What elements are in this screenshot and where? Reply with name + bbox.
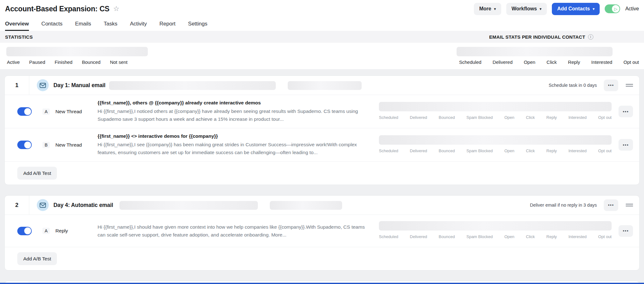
stat-label-bounced: Bounced (439, 234, 455, 239)
variant-type: New Thread (55, 142, 92, 148)
tab-emails[interactable]: Emails (75, 18, 91, 31)
stat-label-click: Click (526, 115, 535, 120)
step-footer: Add A/B Test (5, 161, 639, 185)
redacted-variant-stats (379, 102, 612, 111)
variant-row-a: A New Thread {{first_name}}, others @ {{… (5, 95, 639, 128)
tab-contacts[interactable]: Contacts (42, 18, 63, 31)
campaign-status-label: Active (625, 6, 639, 12)
stat-label-scheduled: Scheduled (379, 115, 398, 120)
step-more-button[interactable]: ••• (604, 199, 618, 211)
email-preview[interactable]: {{first_name}}, others @ {{company}} alr… (97, 100, 365, 123)
campaign-active-toggle[interactable]: ▷ (605, 4, 620, 13)
step-card-day-1: 1 Day 1: Manual email Schedule task in 0… (4, 75, 640, 185)
step-card-day-4: 2 Day 4: Automatic email Deliver email i… (4, 195, 640, 270)
stat-label-opt-out: Opt out (624, 59, 639, 65)
stat-label-opt-out: Opt out (598, 148, 612, 153)
redacted-email-stats (457, 47, 613, 56)
stat-label-opt-out: Opt out (598, 115, 612, 120)
variant-enabled-toggle[interactable] (17, 141, 32, 149)
email-icon (37, 199, 49, 211)
workflows-button[interactable]: Workflows ▾ (506, 3, 547, 15)
stat-label-delivered: Delivered (410, 234, 427, 239)
variant-row-b: B New Thread {{first_name}} <> interacti… (5, 128, 639, 161)
step-header: 1 Day 1: Manual email Schedule task in 0… (5, 76, 639, 95)
redacted-campaign-stats (6, 47, 148, 56)
stat-label-scheduled: Scheduled (379, 148, 398, 153)
variant-stats: Scheduled Delivered Bounced Spam Blocked… (379, 220, 612, 242)
email-preview[interactable]: {{first_name}} <> interactive demos for … (97, 133, 365, 156)
stat-label-reply: Reply (547, 148, 557, 153)
add-ab-test-button[interactable]: Add A/B Test (17, 167, 57, 180)
stat-label-click: Click (526, 234, 535, 239)
top-bar-actions: More ▾ Workflows ▾ Add Contacts ▾ ▷ Acti… (474, 3, 639, 15)
tab-overview[interactable]: Overview (5, 18, 29, 31)
add-contacts-button[interactable]: Add Contacts ▾ (552, 3, 600, 15)
play-icon: ▷ (612, 5, 619, 13)
email-icon (37, 79, 49, 91)
email-stats-title: EMAIL STATS PER INDIVIDUAL CONTACT i (489, 31, 593, 43)
chevron-down-icon: ▾ (593, 7, 595, 11)
page-title: Account-Based Expansion: CS (5, 5, 109, 13)
redacted-variant-stats (379, 135, 612, 145)
stat-label-reply: Reply (547, 115, 557, 120)
variant-more-button[interactable]: ••• (619, 225, 633, 237)
email-subject: {{first_name}}, others @ {{company}} alr… (97, 100, 365, 106)
variant-type: New Thread (55, 109, 92, 114)
stat-label-active: Active (7, 59, 20, 65)
toggle-knob (24, 141, 31, 149)
stat-label-delivered: Delivered (493, 59, 513, 65)
variant-stat-labels: Scheduled Delivered Bounced Spam Blocked… (379, 115, 612, 120)
statistics-title: STATISTICS (5, 34, 33, 40)
variant-stat-labels: Scheduled Delivered Bounced Spam Blocked… (379, 148, 612, 153)
variant-more-button[interactable]: ••• (619, 106, 633, 117)
drag-handle[interactable] (626, 84, 633, 86)
add-ab-test-button[interactable]: Add A/B Test (17, 252, 57, 265)
variant-stats: Scheduled Delivered Bounced Spam Blocked… (379, 134, 612, 156)
more-button[interactable]: More ▾ (474, 3, 501, 15)
stat-label-scheduled: Scheduled (459, 59, 481, 65)
tab-bar: Overview Contacts Emails Tasks Activity … (0, 18, 644, 31)
variant-enabled-toggle[interactable] (17, 227, 32, 235)
step-schedule-text: Schedule task in 0 days (549, 83, 597, 88)
stat-label-open: Open (504, 234, 514, 239)
variant-key: A (42, 228, 50, 234)
stat-label-click: Click (547, 59, 557, 65)
stat-label-delivered: Delivered (410, 148, 427, 153)
stat-label-click: Click (526, 148, 535, 153)
variant-key: B (42, 142, 50, 148)
tab-tasks[interactable]: Tasks (104, 18, 117, 31)
stat-label-finished: Finished (55, 59, 73, 65)
chevron-down-icon: ▾ (540, 7, 541, 11)
stat-label-reply: Reply (547, 234, 557, 239)
stat-label-scheduled: Scheduled (379, 234, 398, 239)
variant-type: Reply (55, 228, 92, 234)
tab-report[interactable]: Report (159, 18, 175, 31)
stat-label-spam-blocked: Spam Blocked (466, 234, 493, 239)
email-subject: {{first_name}} <> interactive demos for … (97, 133, 365, 139)
variant-enabled-toggle[interactable] (17, 107, 32, 116)
variant-stats: Scheduled Delivered Bounced Spam Blocked… (379, 101, 612, 123)
stat-label-open: Open (504, 148, 514, 153)
drag-handle[interactable] (626, 204, 633, 206)
email-preview[interactable]: Hi {{first_name}},I should have given mo… (97, 223, 365, 239)
toggle-knob (24, 227, 31, 235)
redacted-variant-stats (379, 221, 612, 231)
tab-settings[interactable]: Settings (188, 18, 207, 31)
email-stat-labels: Scheduled Delivered Open Click Reply Int… (459, 59, 639, 65)
step-more-button[interactable]: ••• (604, 80, 618, 91)
variant-row-a: A Reply Hi {{first_name}},I should have … (5, 214, 639, 247)
info-icon[interactable]: i (588, 34, 593, 40)
tab-activity[interactable]: Activity (130, 18, 147, 31)
redacted-text (270, 201, 342, 210)
stat-label-interested: Interested (569, 115, 587, 120)
top-bar: Account-Based Expansion: CS ☆ More ▾ Wor… (0, 0, 644, 18)
favorite-star-icon[interactable]: ☆ (113, 5, 119, 13)
email-body-preview: Hi {{first_name}},I noticed others at {{… (97, 107, 365, 123)
stat-label-bounced: Bounced (439, 148, 455, 153)
stat-label-bounced: Bounced (82, 59, 100, 65)
stat-label-interested: Interested (591, 59, 612, 65)
email-body-preview: Hi {{first_name}},I see {{company}} has … (97, 141, 365, 156)
chevron-down-icon: ▾ (494, 7, 496, 11)
variant-more-button[interactable]: ••• (619, 139, 633, 151)
variant-stat-labels: Scheduled Delivered Bounced Spam Blocked… (379, 234, 612, 239)
